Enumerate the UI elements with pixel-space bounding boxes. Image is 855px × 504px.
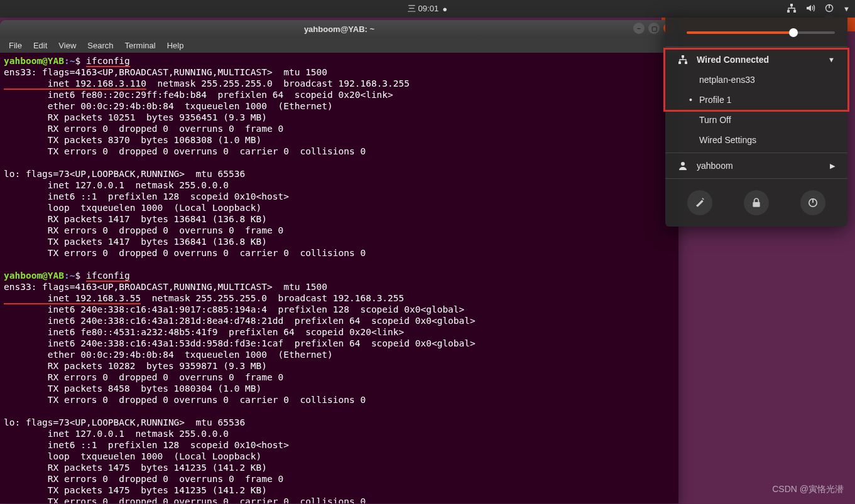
inet-highlight-2: inet 192.168.3.55 [4,293,141,304]
netplan-item[interactable]: netplan-ens33 [665,70,847,90]
chevron-down-icon: ▼ [828,56,835,63]
terminal-output[interactable]: yahboom@YAB:~$ ifconfig ens33: flags=416… [0,53,678,503]
prompt-user: yahboom [4,56,42,66]
svg-point-8 [681,162,685,166]
volume-fill [687,31,793,34]
top-panel: 三 09:01 ● ▼ [0,0,855,18]
wired-section-highlight: Wired Connected ▼ netplan-ens33 Profile … [663,48,849,112]
lock-button[interactable] [744,190,769,215]
svg-rect-2 [793,10,796,13]
volume-thumb[interactable] [789,28,798,37]
user-account-item[interactable]: yahboom ▶ [665,156,847,176]
window-title: yahboom@YAB: ~ [304,24,374,34]
inet-highlight-1: inet 192.168.3.110 [4,78,146,90]
system-status-menu: Wired Connected ▼ netplan-ens33 Profile … [665,18,847,227]
volume-slider[interactable] [687,31,835,34]
clock-text: 三 09:01 [408,3,438,14]
menu-terminal[interactable]: Terminal [120,40,161,51]
turn-off-item[interactable]: Turn Off [665,110,847,130]
svg-rect-7 [685,62,687,64]
watermark-text: CSDN @寅恪光潜 [772,484,844,495]
power-button[interactable] [800,190,825,215]
wired-label: Wired Connected [697,55,769,65]
svg-point-9 [696,205,697,206]
volume-row [665,18,847,44]
command-1: ifconfig [86,56,130,67]
separator [665,153,847,153]
wired-network-icon [678,55,688,65]
clock-area[interactable]: 三 09:01 ● [408,3,447,14]
network-indicator-icon[interactable] [787,3,797,15]
terminal-window: yahboom@YAB: ~ – ▢ × File Edit View Sear… [0,20,678,503]
settings-button[interactable] [687,190,712,215]
svg-rect-6 [678,62,681,64]
svg-rect-10 [753,202,760,207]
menu-edit[interactable]: Edit [28,40,52,51]
menu-help[interactable]: Help [162,40,189,51]
profile1-item[interactable]: Profile 1 [665,90,847,110]
menu-file[interactable]: File [4,40,27,51]
minimize-button[interactable]: – [633,23,645,34]
menu-search[interactable]: Search [82,40,118,51]
svg-rect-0 [790,4,793,6]
separator [665,46,847,47]
svg-rect-5 [682,55,684,58]
notification-dot-icon: ● [442,4,447,14]
menu-view[interactable]: View [53,40,81,51]
chevron-down-icon[interactable]: ▼ [843,5,850,13]
maximize-button[interactable]: ▢ [648,23,660,34]
wired-settings-item[interactable]: Wired Settings [665,130,847,150]
popover-arrow-icon [824,13,835,18]
user-label: yahboom [697,161,733,171]
user-icon [678,161,688,171]
chevron-right-icon: ▶ [830,162,835,170]
separator [665,178,847,179]
volume-indicator-icon[interactable] [805,3,815,15]
window-titlebar[interactable]: yahboom@YAB: ~ – ▢ × [0,20,678,38]
action-buttons-row [665,181,847,218]
command-2: ifconfig [86,271,130,282]
svg-rect-1 [787,10,790,13]
terminal-menubar: File Edit View Search Terminal Help [0,38,678,53]
wired-connected-item[interactable]: Wired Connected ▼ [665,50,847,70]
